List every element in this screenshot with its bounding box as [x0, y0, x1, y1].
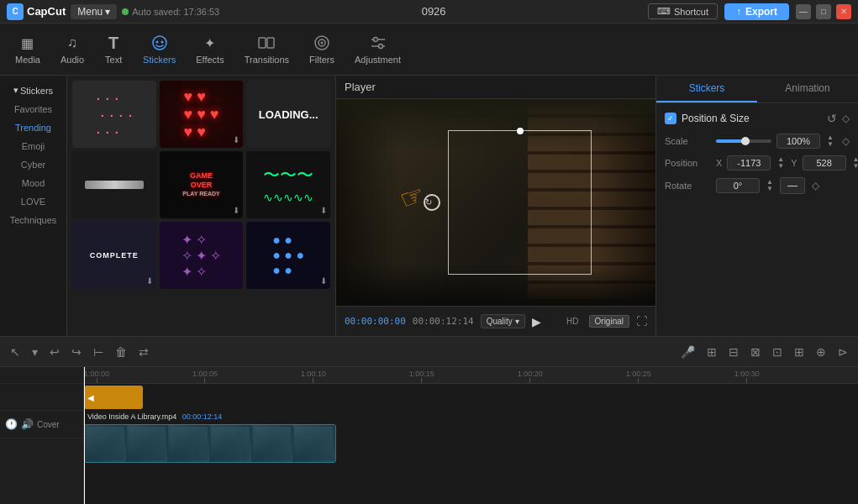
split-button[interactable]: ⊢	[90, 344, 107, 360]
tool-filters[interactable]: Filters	[301, 30, 343, 68]
menu-button[interactable]: Menu ▾	[71, 4, 117, 19]
shortcut-button[interactable]: ⌨ Shortcut	[648, 3, 718, 19]
tool-effects[interactable]: ✦ Effects	[187, 30, 232, 68]
tl-ctrl-2[interactable]: ⊟	[725, 344, 742, 360]
tl-ctrl-5[interactable]: ⊞	[791, 344, 808, 360]
sticker-item-gameover[interactable]: GAMEOVERPLAY READY ⬇	[160, 151, 244, 218]
sidebar-item-favorites[interactable]: Favorites	[0, 100, 66, 118]
close-button[interactable]: ✕	[836, 4, 851, 19]
sticker-item-dots-blue[interactable]: ● ●● ● ●● ● ⬇	[246, 222, 330, 289]
video-clip[interactable]	[84, 424, 336, 463]
download-icon[interactable]: ⬇	[233, 135, 240, 144]
cursor-tool[interactable]: ↖	[7, 344, 24, 360]
tool-text[interactable]: T Text	[96, 30, 131, 68]
adjustment-label: Adjustment	[355, 55, 401, 65]
tl-ctrl-6[interactable]: ⊕	[813, 344, 829, 360]
section-checkbox[interactable]: ✓	[665, 113, 676, 124]
autosave-dot	[122, 8, 129, 15]
tl-audio-icon: 🔊	[21, 418, 34, 430]
rotate-down[interactable]: ▼	[765, 186, 775, 192]
sidebar-item-stickers[interactable]: ▾Stickers	[0, 81, 66, 100]
minimize-button[interactable]: —	[796, 4, 811, 19]
tl-ctrl-3[interactable]: ⊠	[747, 344, 764, 360]
sticker-item-loading[interactable]: LOADING...	[246, 81, 330, 148]
tool-stickers[interactable]: Stickers	[134, 30, 184, 68]
tl-end[interactable]: ⊳	[834, 344, 851, 360]
quality-button[interactable]: Quality ▾	[481, 314, 525, 328]
sticker-item-dots-pink[interactable]: · · · · · · · · · ·	[72, 81, 156, 148]
video-track-label: Video Inside A Library.mp4 00:00:12:14	[87, 412, 222, 421]
tab-stickers[interactable]: Stickers	[656, 76, 757, 102]
crop-overlay[interactable]	[448, 130, 592, 275]
download-icon-wave[interactable]: ⬇	[320, 206, 327, 215]
stickers-icon	[150, 34, 169, 52]
redo-button[interactable]: ↪	[68, 344, 85, 360]
tl-ctrl-4[interactable]: ⊡	[769, 344, 786, 360]
sidebar-item-mood[interactable]: Mood	[0, 174, 66, 192]
download-icon-gameover[interactable]: ⬇	[233, 206, 240, 215]
rotate-minus-button[interactable]: —	[780, 177, 805, 194]
tl-mark-2: 1:00:10	[301, 370, 326, 383]
sticker-item-complete[interactable]: COMPLETE ⬇	[72, 222, 156, 289]
sidebar-item-emoji[interactable]: Emoji	[0, 137, 66, 155]
sticker-item-hearts-red[interactable]: ♥ ♥♥ ♥ ♥♥ ♥ ⬇	[160, 81, 244, 148]
position-x-input[interactable]	[727, 155, 771, 171]
tool-audio[interactable]: ♫ Audio	[52, 30, 92, 68]
sticker-visual	[85, 181, 144, 189]
section-diamond[interactable]: ◇	[842, 113, 850, 124]
scale-input[interactable]	[776, 134, 820, 149]
rotate-keyframe[interactable]: ◇	[812, 180, 819, 192]
position-x-down[interactable]: ▼	[776, 163, 786, 170]
undo-button[interactable]: ↩	[46, 344, 63, 360]
mic-button[interactable]: 🎤	[677, 344, 698, 360]
scale-slider[interactable]	[716, 139, 771, 143]
rotate-handle[interactable]: ↻	[424, 194, 440, 211]
maximize-button[interactable]: □	[816, 4, 831, 19]
video-thumbnails	[85, 425, 335, 462]
sticker-item-bar[interactable]	[72, 151, 156, 218]
play-button[interactable]: ▶	[532, 315, 541, 328]
sidebar-item-trending[interactable]: Trending	[0, 118, 66, 137]
sticker-clip[interactable]: ◀	[84, 386, 143, 409]
svg-point-11	[378, 45, 382, 49]
sidebar-item-techniques[interactable]: Techniques	[0, 211, 66, 229]
crop-handle-top[interactable]	[517, 128, 524, 134]
tool-adjustment[interactable]: Adjustment	[346, 30, 409, 68]
download-icon-complete[interactable]: ⬇	[146, 276, 153, 286]
player-controls: 00:00:00:00 00:00:12:14 Quality ▾ ▶ HD O…	[336, 306, 655, 336]
reset-button[interactable]: ↺	[827, 112, 837, 125]
sidebar-item-cyber[interactable]: Cyber	[0, 155, 66, 174]
filters-label: Filters	[309, 55, 334, 65]
sticker-item-wave[interactable]: 〜〜〜∿∿∿∿∿ ⬇	[246, 151, 330, 218]
tl-ruler: 1:00:00 1:00:05 1:00:10 1:00:15 1:00:20	[84, 367, 858, 384]
text-icon: T	[104, 34, 123, 52]
position-y-down[interactable]: ▼	[851, 163, 858, 170]
scale-label: Scale	[665, 136, 711, 146]
playhead[interactable]	[84, 367, 85, 504]
tl-dropdown[interactable]: ▾	[29, 344, 41, 360]
text-label: Text	[105, 55, 122, 65]
sticker-visual: GAMEOVERPLAY READY	[182, 171, 219, 198]
scale-down[interactable]: ▼	[825, 141, 835, 148]
sticker-visual: 〜〜〜∿∿∿∿∿	[263, 164, 313, 206]
delete-button[interactable]: 🗑	[112, 344, 130, 360]
fullscreen-button[interactable]: ⛶	[636, 315, 647, 328]
download-icon-dots-blue[interactable]: ⬇	[320, 276, 327, 286]
hd-button[interactable]: HD	[563, 315, 582, 328]
sidebar-item-love[interactable]: LOVE	[0, 192, 66, 211]
export-button[interactable]: ↑ Export	[724, 3, 789, 20]
position-y-input[interactable]	[803, 155, 846, 171]
section-header: ✓ Position & Size ↺ ◇	[665, 112, 850, 125]
scale-keyframe[interactable]: ◇	[842, 135, 850, 147]
sticker-grid: · · · · · · · · · · ♥ ♥♥ ♥ ♥♥ ♥ ⬇ LOADIN…	[67, 76, 335, 336]
sticker-item-sparkles-purple[interactable]: ✦ ✧✧ ✦ ✧✦ ✧	[160, 222, 244, 289]
right-panel: Stickers Animation ✓ Position & Size ↺ ◇…	[656, 76, 858, 336]
tab-animation[interactable]: Animation	[757, 76, 858, 102]
mirror-button[interactable]: ⇄	[135, 344, 152, 360]
rotate-input[interactable]	[716, 178, 760, 193]
tl-ctrl-1[interactable]: ⊞	[703, 344, 720, 360]
tool-transitions[interactable]: Transitions	[236, 30, 297, 68]
tool-media[interactable]: ▦ Media	[7, 30, 49, 68]
time-current: 00:00:00:00	[345, 316, 406, 327]
sticker-visual: COMPLETE	[90, 251, 139, 260]
